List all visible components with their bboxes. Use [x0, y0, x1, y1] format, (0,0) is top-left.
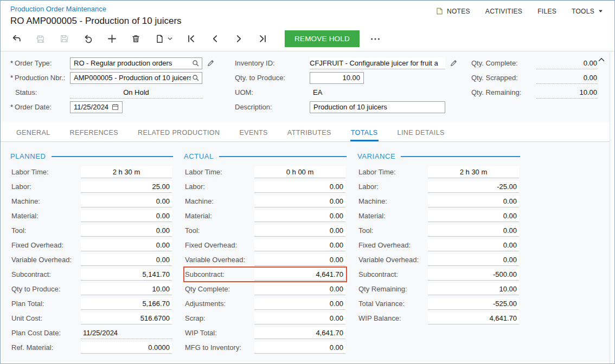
totals-row: Qty Remaining: 10.00 — [357, 282, 520, 296]
order-type-edit-button[interactable] — [206, 59, 215, 67]
totals-row-label: Labor: — [11, 183, 81, 191]
tab-general[interactable]: GENERAL — [16, 129, 51, 141]
tab-references[interactable]: REFERENCES — [69, 129, 119, 141]
totals-row: Ref. Material: 0.0000 — [10, 340, 173, 355]
totals-row-value[interactable]: 0.00 — [254, 181, 345, 193]
tab-related-production[interactable]: RELATED PRODUCTION — [137, 129, 220, 141]
order-date-calendar-button[interactable] — [111, 103, 120, 111]
totals-row-value[interactable]: 0.00 — [254, 342, 345, 354]
caret-down-icon — [598, 8, 604, 14]
back-button[interactable] — [7, 31, 25, 47]
collapse-summary-button[interactable] — [596, 54, 607, 65]
last-record-button[interactable] — [253, 31, 272, 47]
totals-row-label: Tool: — [358, 226, 428, 235]
totals-row-value[interactable]: 516.6700 — [81, 313, 172, 324]
totals-row: Fixed Overhead: 0.00 — [10, 238, 173, 252]
totals-row-label: Adjustments: — [185, 300, 254, 308]
totals-row-value[interactable]: 4,641.70 — [428, 313, 519, 324]
totals-row-value[interactable]: 0.0000 — [81, 342, 172, 354]
totals-row: Qty to Produce: 10.00 — [10, 282, 173, 296]
previous-record-button[interactable] — [206, 31, 224, 47]
delete-button[interactable] — [126, 31, 145, 47]
totals-row-value[interactable]: 11/25/2024 — [81, 327, 172, 339]
totals-row-value[interactable]: 0.00 — [254, 225, 345, 237]
totals-row-value[interactable]: 0.00 — [428, 254, 519, 266]
totals-row-value[interactable]: 0.00 — [254, 283, 345, 295]
tab-attributes[interactable]: ATTRIBUTES — [287, 129, 332, 141]
tab-events[interactable]: EVENTS — [239, 129, 268, 141]
page-header: Production Order Maintenance RO AMP00000… — [1, 1, 614, 27]
production-nbr-lookup-button[interactable] — [191, 74, 200, 82]
cancel-button[interactable] — [79, 31, 97, 47]
tab-totals[interactable]: TOTALS — [350, 129, 379, 141]
totals-row-value[interactable]: 0.00 — [81, 196, 172, 207]
activities-button[interactable]: ACTIVITIES — [485, 8, 522, 15]
breadcrumb[interactable]: Production Order Maintenance — [10, 5, 182, 13]
totals-row-value[interactable]: 0 h 00 m — [254, 166, 345, 178]
add-button[interactable] — [102, 31, 121, 47]
totals-row-value[interactable]: -525.00 — [428, 298, 519, 310]
totals-row-value[interactable]: 0.00 — [254, 196, 345, 207]
tools-button[interactable]: TOOLS — [572, 8, 604, 15]
totals-row-value[interactable]: 0.00 — [428, 196, 519, 207]
totals-row-value[interactable]: 5,141.70 — [81, 269, 172, 281]
totals-row-value[interactable]: 0.00 — [428, 239, 519, 251]
save-and-close-button[interactable] — [31, 31, 49, 47]
totals-row: Fixed Overhead: 0.00 — [184, 238, 347, 252]
first-record-button[interactable] — [182, 31, 200, 47]
totals-row-value[interactable]: 2 h 30 m — [81, 166, 172, 178]
totals-row-value[interactable]: 2 h 30 m — [428, 166, 519, 178]
totals-row-value[interactable]: 0.00 — [254, 210, 345, 222]
notes-button[interactable]: NOTES — [435, 7, 470, 15]
qty-to-produce-row: Qty. to Produce: — [235, 70, 458, 85]
totals-row-value[interactable]: -500.00 — [428, 269, 519, 281]
description-input[interactable] — [313, 103, 441, 111]
totals-row-value[interactable]: 0.00 — [254, 298, 345, 310]
next-icon — [234, 34, 244, 44]
inventory-id-value[interactable]: CFJFRUIT - Configurable juicer for fruit… — [310, 57, 445, 69]
totals-row-value[interactable]: 10.00 — [81, 283, 172, 295]
order-date-row: *Order Date: — [10, 100, 215, 114]
totals-row-label: Fixed Overhead: — [11, 241, 81, 249]
more-actions-button[interactable] — [366, 31, 385, 46]
totals-row-value[interactable]: 0.00 — [254, 239, 345, 251]
inventory-id-label: Inventory ID: — [235, 59, 310, 67]
totals-row-value[interactable]: 0.00 — [254, 254, 345, 266]
totals-row: Variable Overhead: 0.00 — [10, 252, 173, 267]
qty-complete-row: Qty. Complete: 0.00 — [471, 56, 597, 70]
totals-row-value[interactable]: 0.00 — [81, 254, 172, 266]
qty-to-produce-input[interactable] — [310, 74, 363, 82]
order-date-input[interactable] — [74, 103, 111, 111]
copy-paste-menu-button[interactable] — [165, 31, 174, 47]
totals-row-label: Variable Overhead: — [185, 256, 254, 264]
qty-remaining-row: Qty. Remaining: 10.00 — [471, 85, 597, 100]
totals-row-value[interactable]: 5,166.70 — [81, 298, 172, 310]
scrollbar-gutter[interactable] — [610, 53, 614, 363]
planned-section-header: PLANNED — [10, 150, 173, 162]
totals-row-value[interactable]: 0.00 — [81, 210, 172, 222]
totals-row-value[interactable]: 0.00 — [428, 210, 519, 222]
totals-row-value[interactable]: 25.00 — [81, 181, 172, 193]
next-record-button[interactable] — [229, 31, 248, 47]
totals-row-value[interactable]: -25.00 — [428, 181, 519, 193]
totals-row-value[interactable]: 4,641.70 — [254, 269, 345, 281]
totals-row: Labor Time: 2 h 30 m — [357, 165, 520, 179]
files-button[interactable]: FILES — [537, 8, 556, 15]
order-type-lookup-button[interactable] — [191, 59, 200, 67]
save-close-icon — [35, 34, 46, 44]
totals-row-value[interactable]: 0.00 — [81, 225, 172, 237]
totals-row-value[interactable]: 4,641.70 — [254, 327, 345, 339]
inventory-id-row: Inventory ID: CFJFRUIT - Configurable ju… — [235, 56, 458, 70]
totals-row-value[interactable]: 0.00 — [428, 225, 519, 237]
production-nbr-input[interactable] — [74, 74, 191, 82]
totals-row-label: Labor: — [185, 183, 254, 191]
save-button[interactable] — [55, 31, 73, 47]
totals-row-value[interactable]: 0.00 — [254, 313, 345, 324]
remove-hold-button[interactable]: REMOVE HOLD — [285, 30, 360, 47]
actual-section: ACTUAL Labor Time: 0 h 00 m Labor: 0.00 … — [184, 150, 347, 361]
tab-line-details[interactable]: LINE DETAILS — [397, 129, 445, 141]
order-type-input[interactable] — [74, 59, 191, 67]
inventory-id-edit-button[interactable] — [449, 59, 458, 67]
totals-row-value[interactable]: 0.00 — [81, 239, 172, 251]
totals-row-value[interactable]: 10.00 — [428, 283, 519, 295]
